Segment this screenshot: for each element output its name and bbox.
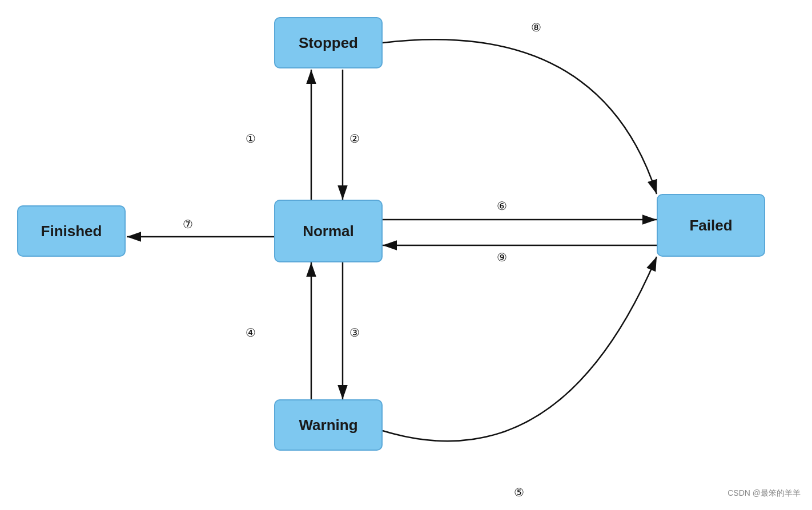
failed-label: Failed [689, 217, 732, 234]
state-stopped: Stopped [274, 17, 383, 68]
state-warning: Warning [274, 399, 383, 451]
diagram-container: ① ② ③ ④ ⑤ ⑥ ⑦ ⑧ ⑨ Stopped [0, 0, 812, 510]
label-5: ⑤ [514, 486, 524, 499]
warning-label: Warning [299, 416, 357, 434]
state-normal: Normal [274, 200, 383, 262]
label-9: ⑨ [497, 251, 507, 264]
label-3: ③ [349, 326, 360, 339]
label-4: ④ [246, 326, 256, 339]
label-2: ② [349, 132, 360, 145]
finished-label: Finished [41, 222, 102, 240]
arrow-5 [383, 257, 657, 441]
label-7: ⑦ [183, 218, 193, 230]
normal-label: Normal [303, 222, 354, 240]
watermark: CSDN @最笨的羊羊 [727, 488, 801, 499]
label-8: ⑧ [531, 21, 541, 34]
arrow-8 [383, 39, 657, 194]
state-failed: Failed [657, 194, 765, 257]
state-finished: Finished [17, 205, 126, 257]
label-1: ① [246, 132, 256, 145]
stopped-label: Stopped [299, 34, 358, 52]
label-6: ⑥ [497, 200, 507, 212]
